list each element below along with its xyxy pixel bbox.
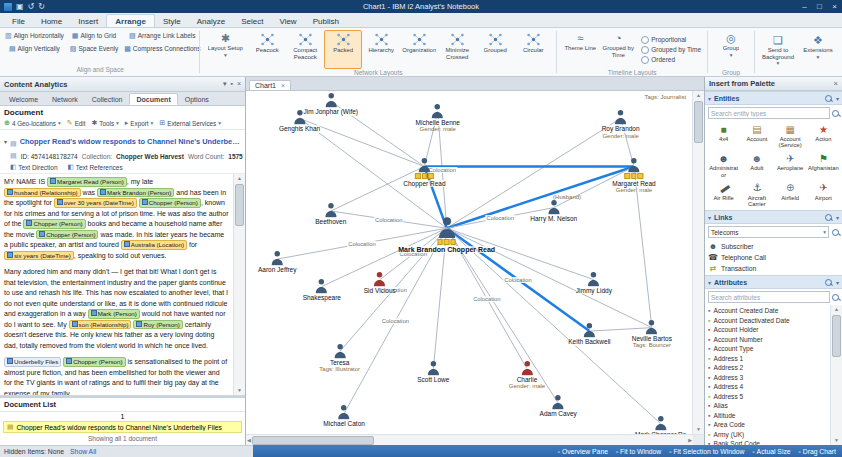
network-layout-button[interactable]: Hierarchy xyxy=(362,30,400,69)
panel-tab[interactable]: Collection xyxy=(85,93,130,105)
chart-entity[interactable]: CharlieGender: male xyxy=(509,360,545,390)
links-section-header[interactable]: ▾ Links ▾ xyxy=(705,210,842,224)
chart-entity[interactable]: Beethoven xyxy=(315,202,346,226)
network-layout-button[interactable]: Packed xyxy=(324,30,362,69)
scroll-down-icon[interactable]: ▼ xyxy=(696,425,701,434)
doc-toolbar-button[interactable]: External Services ▾ xyxy=(159,119,221,127)
entity-chip[interactable]: son (Relationship) xyxy=(69,320,132,330)
palette-link-item[interactable]: Telephone Call xyxy=(708,252,839,263)
palette-attribute-item[interactable]: Area Code xyxy=(708,420,830,430)
entity-chip[interactable]: Underbelly Files xyxy=(4,357,61,367)
entity-chip[interactable]: Chopper (Person) xyxy=(36,230,98,240)
doc-toolbar-button[interactable]: Export ▾ xyxy=(125,119,153,127)
status-bar-button[interactable]: Drag Chart xyxy=(799,448,836,455)
search-icon[interactable] xyxy=(825,214,832,221)
options-icon[interactable]: ▾ xyxy=(836,95,839,102)
palette-attribute-item[interactable]: Address 1 xyxy=(708,354,830,364)
scrollbar-vertical[interactable]: ▲ ▼ xyxy=(830,305,842,445)
ribbon-tab[interactable]: Publish xyxy=(305,15,347,27)
timeline-layout-button[interactable]: Grouped by Time xyxy=(599,30,637,69)
chart-entity[interactable]: Shakespeare xyxy=(303,278,341,302)
palette-entity-item[interactable]: Afghanistan xyxy=(807,151,840,178)
close-icon[interactable]: × xyxy=(281,82,285,89)
group-button[interactable]: Group ▾ xyxy=(712,30,750,69)
palette-entity-item[interactable]: Air Rifle xyxy=(707,181,740,208)
scrollbar-thumb[interactable] xyxy=(252,436,374,445)
ribbon-tab[interactable]: View xyxy=(271,15,304,27)
scroll-down-icon[interactable]: ▼ xyxy=(237,386,242,395)
chart-entity[interactable]: Mark Chopper Re xyxy=(635,415,686,434)
show-all-button[interactable]: Show All xyxy=(70,448,96,455)
palette-entity-item[interactable]: Administrator xyxy=(707,151,740,178)
search-icon[interactable] xyxy=(832,294,839,301)
palette-link-item[interactable]: Subscriber xyxy=(708,241,839,252)
palette-attribute-item[interactable]: Address 5 xyxy=(708,392,830,402)
search-icon[interactable] xyxy=(825,95,832,102)
entity-chip[interactable]: Margaret Read (Person) xyxy=(47,177,127,187)
link-category-select[interactable]: Telecoms ▾ xyxy=(708,226,829,238)
ribbon-button[interactable]: Align Vertically xyxy=(9,43,60,54)
entity-chip[interactable]: Mark Brandon (Person) xyxy=(97,188,174,198)
maximize-button[interactable]: □ xyxy=(812,2,827,11)
palette-entity-item[interactable]: Action xyxy=(807,122,840,149)
chart-entity[interactable]: Michael Caton xyxy=(323,404,365,428)
scroll-right-icon[interactable]: ▶ xyxy=(688,436,692,445)
toggle-button[interactable]: Text References xyxy=(68,163,123,171)
options-icon[interactable]: ▾ xyxy=(836,279,839,286)
chart-entity[interactable]: Genghis Khan xyxy=(279,109,320,133)
search-icon[interactable] xyxy=(832,110,839,117)
close-button[interactable]: × xyxy=(827,2,842,11)
undo-button[interactable]: ↺ xyxy=(28,3,35,11)
palette-entity-item[interactable]: Aircraft Carrier xyxy=(740,181,773,208)
chart-entity[interactable]: Mark Brandon Chopper Read xyxy=(398,216,495,253)
palette-entity-item[interactable]: Adult xyxy=(740,151,773,178)
palette-link-item[interactable]: Transaction xyxy=(708,263,839,274)
entity-chip[interactable]: Chopper (Person) xyxy=(63,357,125,367)
panel-pin-icon[interactable]: ▪ xyxy=(230,80,232,88)
scroll-down-icon[interactable]: ▼ xyxy=(834,436,839,445)
chart-entity[interactable]: Margaret ReadGender: male xyxy=(612,157,655,194)
search-icon[interactable] xyxy=(832,229,839,236)
document-list-item[interactable]: Chopper Read's widow responds to Channel… xyxy=(3,421,242,433)
palette-attribute-item[interactable]: Account Holder xyxy=(708,325,830,335)
chart-tab[interactable]: Chart1 × xyxy=(249,80,291,90)
save-button[interactable]: ▣ xyxy=(16,3,24,11)
palette-attribute-item[interactable]: Address 2 xyxy=(708,363,830,373)
palette-attribute-item[interactable]: Account Type xyxy=(708,344,830,354)
network-layout-button[interactable]: Minimize Crossed Links xyxy=(438,30,476,69)
search-icon[interactable] xyxy=(825,279,832,286)
panel-close-icon[interactable]: × xyxy=(834,79,838,88)
palette-entity-item[interactable]: Aeroplane xyxy=(774,151,807,178)
network-layout-button[interactable]: Peacock xyxy=(248,30,286,69)
ribbon-tab[interactable]: File xyxy=(4,15,33,27)
status-bar-button[interactable]: Fit to Window xyxy=(616,448,661,455)
network-layout-button[interactable]: Grouped xyxy=(476,30,514,69)
scroll-up-icon[interactable]: ▲ xyxy=(696,91,701,100)
minimize-button[interactable]: – xyxy=(797,2,812,11)
timeline-layout-button[interactable]: Theme Line xyxy=(561,30,599,69)
chart-entity[interactable]: Jimmy Liddy xyxy=(576,271,612,295)
panel-tab[interactable]: Network xyxy=(45,93,85,105)
palette-attribute-item[interactable]: Altitude xyxy=(708,411,830,421)
chart-entity[interactable]: TeresaTags: Illustrator xyxy=(319,343,360,373)
ribbon-button[interactable]: Space Evenly xyxy=(70,43,118,54)
redo-button[interactable]: ↻ xyxy=(38,3,45,11)
ribbon-button[interactable]: Align to Grid xyxy=(72,30,116,41)
timeline-option[interactable]: Grouped by Time xyxy=(641,46,701,54)
status-bar-button[interactable]: Fit Selection to Window xyxy=(669,448,744,455)
chart-entity[interactable]: Harry M. Nelson xyxy=(530,199,577,223)
status-bar-button[interactable]: Overview Pane xyxy=(558,448,608,455)
palette-entity-item[interactable]: Account (Service) xyxy=(774,122,807,149)
chart-entity[interactable]: Michelle BenneGender: male xyxy=(416,103,460,133)
entity-chip[interactable]: Chopper (Person) xyxy=(139,198,201,208)
scroll-left-icon[interactable]: ◀ xyxy=(247,436,251,445)
chart-entity[interactable]: Roy BrandonGender: male xyxy=(602,109,640,139)
scrollbar-vertical[interactable]: ▲ ▼ xyxy=(692,91,704,434)
ribbon-tab[interactable]: Style xyxy=(155,15,189,27)
scroll-up-icon[interactable]: ▲ xyxy=(237,174,242,183)
ribbon-tab[interactable]: Arrange xyxy=(106,14,155,27)
palette-attribute-item[interactable]: Address 4 xyxy=(708,382,830,392)
doc-toolbar-button[interactable]: Tools ▾ xyxy=(91,119,118,127)
scrollbar-horizontal[interactable]: ◀ ▶ xyxy=(246,434,693,445)
ribbon-tab[interactable]: Analyze xyxy=(189,15,233,27)
